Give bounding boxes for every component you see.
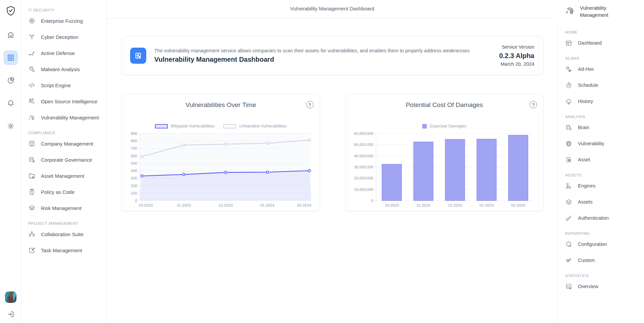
rightbar-item-overview[interactable]: Overview	[565, 278, 641, 294]
sidebar-item-asset-management[interactable]: Asset Management	[28, 168, 103, 184]
rightbar-item-assets[interactable]: Assets	[565, 194, 641, 210]
legend-mitigated-vulnerabilities[interactable]: Mitigated Vulnerabilities	[155, 124, 215, 128]
rightbar-item-schedule[interactable]: Schedule	[565, 77, 641, 93]
rightbar-item-authentication[interactable]: Authentication	[565, 210, 641, 226]
code-icon	[28, 82, 36, 89]
home-icon[interactable]	[3, 28, 18, 42]
svg-text:300: 300	[131, 176, 137, 180]
nav-item-label: Ad-Hoc	[578, 66, 594, 72]
dashboard-grid-icon[interactable]	[3, 50, 18, 65]
svg-text:10-2023: 10-2023	[139, 203, 153, 207]
line-chart: 010020030040050060070080090010-202311-20…	[126, 131, 315, 209]
nav-item-label: Brain	[578, 125, 589, 130]
rightbar-section-label-scans: SCANS	[565, 54, 641, 61]
bar-chart: 010,000,00020,000,00030,000,00040,000,00…	[350, 131, 539, 209]
nav-item-label: History	[578, 99, 593, 104]
legend-expected-damages[interactable]: Expected Damages	[422, 124, 466, 128]
legend-label: Mitigated Vulnerabilities	[171, 124, 215, 128]
user-avatar[interactable]	[5, 291, 16, 303]
hexagon-gear-icon	[565, 241, 572, 248]
network-search-icon	[28, 98, 36, 105]
sidebar-item-task-management[interactable]: Task Management	[28, 242, 103, 258]
sidebar-item-script-engine[interactable]: Script Engine	[28, 77, 103, 93]
legend-unhandled-vulnerabilities[interactable]: Unhandled Vulnerabilities	[223, 124, 286, 128]
nav-item-label: Script Engine	[41, 83, 71, 88]
nav-item-label: Dashboard	[578, 40, 602, 46]
nav-item-label: Policy as Code	[41, 189, 74, 195]
rightbar-item-ad-hoc[interactable]: Ad-Hoc	[565, 61, 641, 77]
svg-text:40,000,000: 40,000,000	[354, 154, 374, 158]
rightbar-item-custom[interactable]: Custom	[565, 252, 641, 268]
rightbar-item-history[interactable]: History	[565, 93, 641, 109]
rightbar-section-label-assets: ASSETS	[565, 170, 641, 178]
left-sidebar: IT SECURITYEnterprise FuzzingCyber Decep…	[21, 0, 107, 323]
help-icon[interactable]: ?	[530, 101, 537, 108]
fuzzing-target-icon	[28, 17, 36, 24]
shield-check-icon[interactable]	[5, 5, 16, 16]
dashboard-window-icon	[565, 40, 572, 47]
legend-swatch	[223, 124, 236, 128]
sidebar-section-label-compliance: COMPLIANCE	[28, 128, 103, 136]
sidebar-item-malware-analysis[interactable]: Malware Analysis	[28, 61, 103, 77]
layers-icon	[565, 199, 572, 206]
nav-item-label: Schedule	[578, 83, 598, 88]
sidebar-section-label-it-security: IT SECURITY	[28, 5, 103, 13]
key-icon	[565, 215, 572, 222]
svg-text:12-2023: 12-2023	[448, 203, 462, 207]
sidebar-item-open-source-intelligence[interactable]: Open Source Intelligence	[28, 93, 103, 109]
sidebar-item-active-defense[interactable]: Active Defense	[28, 45, 103, 61]
rightbar-item-dashboard[interactable]: Dashboard	[565, 35, 641, 51]
svg-text:800: 800	[131, 139, 137, 143]
pen-lines-icon	[565, 257, 572, 264]
gear-icon[interactable]	[3, 119, 18, 133]
building-icon	[28, 140, 36, 147]
rightbar-item-asset[interactable]: Asset	[565, 152, 641, 168]
list-gear-icon	[28, 156, 36, 163]
service-version-date: March 20, 2024	[499, 61, 534, 68]
rightbar-section-label-analysis: ANALYSIS	[565, 112, 641, 119]
app-layout-icon	[130, 48, 146, 64]
svg-text:11-2023: 11-2023	[417, 203, 430, 207]
sidebar-item-cyber-deception[interactable]: Cyber Deception	[28, 29, 103, 45]
nav-item-label: Collaboration Suite	[41, 231, 84, 237]
fingerprint-icon	[565, 5, 575, 15]
service-version-value: 0.2.3 Alpha	[499, 51, 534, 61]
svg-text:900: 900	[131, 131, 137, 136]
rightbar-item-brain[interactable]: Brain	[565, 119, 641, 136]
sidebar-item-corporate-governance[interactable]: Corporate Governance	[28, 152, 103, 168]
sidebar-item-policy-as-code[interactable]: Policy as Code	[28, 184, 103, 200]
svg-text:10,000,000: 10,000,000	[354, 187, 374, 192]
database-search-icon	[565, 124, 572, 131]
sidebar-item-enterprise-fuzzing[interactable]: Enterprise Fuzzing	[28, 13, 103, 29]
nav-item-label: Vulnerability	[578, 141, 604, 146]
sidebar-item-collaboration-suite[interactable]: Collaboration Suite	[28, 226, 103, 242]
chart-title: Potential Cost Of Damages	[346, 101, 543, 109]
nav-item-label: Authentication	[578, 215, 609, 221]
rightbar-section-label-reporting: REPORTING	[565, 229, 641, 236]
nav-item-label: Custom	[578, 258, 595, 263]
sidebar-item-vulnerability-management[interactable]: Vulnerability Management	[28, 109, 103, 125]
rightbar-item-vulnerability[interactable]: Vulnerability	[565, 136, 641, 152]
legend-swatch	[155, 124, 168, 128]
left-icon-rail	[0, 0, 21, 323]
sidebar-item-risk-management[interactable]: Risk Management	[28, 200, 103, 216]
layers-eye-icon	[28, 204, 36, 212]
vulnerabilities-over-time-card: Vulnerabilities Over Time ? Mitigated Vu…	[122, 94, 320, 211]
rightbar-item-configuration[interactable]: Configuration	[565, 236, 641, 252]
nav-item-label: Assets	[578, 199, 593, 205]
svg-text:400: 400	[131, 169, 137, 173]
logout-icon[interactable]	[7, 310, 15, 318]
bell-icon[interactable]	[3, 96, 18, 111]
pie-chart-icon[interactable]	[3, 73, 18, 88]
help-icon[interactable]: ?	[306, 101, 314, 108]
globe-icon	[565, 140, 572, 147]
svg-text:12-2023: 12-2023	[218, 203, 232, 207]
nav-item-label: Enterprise Fuzzing	[41, 18, 83, 24]
service-version-label: Service Version	[499, 44, 534, 51]
sidebar-item-company-management[interactable]: Company Management	[28, 136, 103, 152]
nav-item-label: Risk Management	[41, 205, 82, 211]
rightbar-item-engines[interactable]: Engines	[565, 178, 641, 194]
svg-text:0: 0	[135, 199, 137, 203]
right-sidebar: Vulnerability Management HOMEDashboardSC…	[558, 0, 644, 323]
svg-text:20,000,000: 20,000,000	[354, 176, 374, 180]
